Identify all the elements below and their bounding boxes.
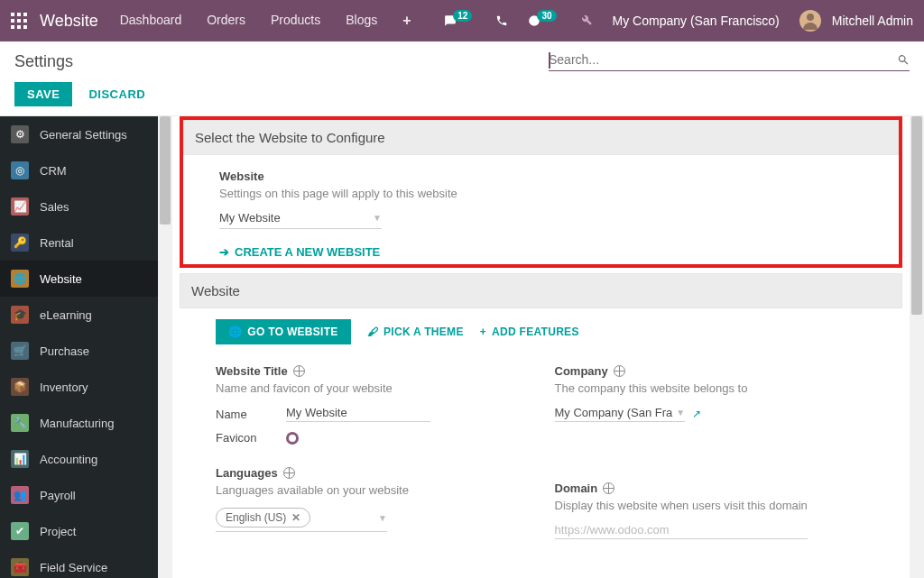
payroll-icon: 👥 xyxy=(11,486,29,504)
website-section-header: Website xyxy=(180,273,902,308)
sidebar-label: eLearning xyxy=(40,308,92,322)
arrow-right-icon: ➔ xyxy=(219,245,229,259)
page-title: Settings xyxy=(14,52,73,71)
sidebar-label: Purchase xyxy=(40,344,89,358)
company-select[interactable]: My Company (San Fra ▼ xyxy=(555,406,686,422)
user-menu[interactable]: Mitchell Admin xyxy=(799,10,913,32)
search-input[interactable] xyxy=(549,52,897,67)
globe-icon xyxy=(293,365,305,377)
plus-icon: + xyxy=(480,326,486,338)
domain-label: Domain xyxy=(555,482,867,495)
nav-products[interactable]: Products xyxy=(271,13,320,29)
nav-blogs[interactable]: Blogs xyxy=(346,13,377,29)
brush-icon: 🖌 xyxy=(367,326,378,338)
website-select-value: My Website xyxy=(219,211,281,225)
caret-down-icon: ▼ xyxy=(378,513,387,523)
globe-icon xyxy=(603,482,614,494)
main-panel: Select the Website to Configure Website … xyxy=(172,116,924,578)
rental-icon: 🔑 xyxy=(11,234,29,252)
debug-icon[interactable] xyxy=(580,14,593,29)
wrench-icon xyxy=(580,14,593,26)
sidebar-item-project[interactable]: ✔Project xyxy=(0,513,158,549)
add-features-button[interactable]: + ADD FEATURES xyxy=(480,326,579,338)
sidebar-item-general-settings[interactable]: ⚙General Settings xyxy=(0,116,158,152)
favicon-preview[interactable] xyxy=(286,432,299,445)
sidebar-scroll-thumb[interactable] xyxy=(160,116,171,225)
sidebar-item-rental[interactable]: 🔑Rental xyxy=(0,225,158,261)
remove-tag-icon[interactable]: ✕ xyxy=(291,511,300,524)
workspace: ⚙General Settings◎CRM📈Sales🔑Rental🌐Websi… xyxy=(0,115,924,578)
select-website-header: Select the Website to Configure xyxy=(183,120,899,155)
settings-sidebar: ⚙General Settings◎CRM📈Sales🔑Rental🌐Websi… xyxy=(0,116,158,578)
main-scroll-thumb[interactable] xyxy=(911,116,922,315)
messages-badge: 12 xyxy=(453,10,472,22)
sidebar-scrollbar[interactable] xyxy=(158,116,172,578)
language-tag: English (US) ✕ xyxy=(216,508,310,528)
name-row: Name My Website xyxy=(216,406,528,422)
languages-desc: Languages available on your website xyxy=(216,483,528,497)
caret-down-icon: ▼ xyxy=(676,408,685,417)
sidebar-item-manufacturing[interactable]: 🔧Manufacturing xyxy=(0,405,158,441)
search-box[interactable] xyxy=(549,52,910,71)
sidebar-item-payroll[interactable]: 👥Payroll xyxy=(0,477,158,513)
crm-icon: ◎ xyxy=(11,161,29,179)
website-select[interactable]: My Website ▼ xyxy=(219,211,382,229)
sidebar-item-accounting[interactable]: 📊Accounting xyxy=(0,441,158,477)
website-field-title: Website xyxy=(219,170,863,183)
inventory-icon: 📦 xyxy=(11,378,29,396)
globe-icon xyxy=(614,365,625,377)
languages-select[interactable]: English (US) ✕ ▼ xyxy=(216,508,387,532)
search-icon[interactable] xyxy=(897,53,910,67)
sidebar-label: Manufacturing xyxy=(40,417,114,430)
sidebar-item-website[interactable]: 🌐Website xyxy=(0,261,158,297)
domain-input[interactable]: https://www.odoo.com xyxy=(555,523,808,539)
company-switcher[interactable]: My Company (San Francisco) xyxy=(613,14,780,28)
create-website-link[interactable]: ➔ CREATE A NEW WEBSITE xyxy=(219,245,380,259)
website-title-desc: Name and favicon of your website xyxy=(216,381,528,395)
sidebar-item-purchase[interactable]: 🛒Purchase xyxy=(0,333,158,369)
nav-orders[interactable]: Orders xyxy=(207,13,245,29)
go-to-website-button[interactable]: 🌐 GO TO WEBSITE xyxy=(216,319,351,344)
website-title-label: Website Title xyxy=(216,364,528,378)
nav-links: Dashboard Orders Products Blogs + xyxy=(120,13,411,29)
apps-grid-icon[interactable] xyxy=(11,13,27,29)
globe-icon: 🌐 xyxy=(228,326,242,338)
main-scrollbar[interactable] xyxy=(910,116,924,578)
sidebar-label: Rental xyxy=(40,236,74,250)
sidebar-label: Payroll xyxy=(40,489,76,502)
favicon-label: Favicon xyxy=(216,431,270,445)
save-button[interactable]: SAVE xyxy=(14,82,72,106)
external-link-icon[interactable]: ↗ xyxy=(692,408,701,420)
nav-dashboard[interactable]: Dashboard xyxy=(120,13,182,29)
sidebar-item-inventory[interactable]: 📦Inventory xyxy=(0,369,158,405)
company-desc: The company this website belongs to xyxy=(555,381,867,395)
general-settings-icon: ⚙ xyxy=(11,125,29,143)
sidebar-label: Sales xyxy=(40,200,69,214)
phone-icon[interactable] xyxy=(495,14,508,27)
elearning-icon: 🎓 xyxy=(11,306,29,324)
discard-button[interactable]: DISCARD xyxy=(88,87,145,101)
name-input[interactable]: My Website xyxy=(286,406,430,422)
sidebar-item-crm[interactable]: ◎CRM xyxy=(0,152,158,188)
website-field-desc: Settings on this page will apply to this… xyxy=(219,187,863,200)
titlebar: Settings xyxy=(0,41,924,71)
avatar-icon xyxy=(799,10,821,32)
domain-desc: Display this website when users visit th… xyxy=(555,499,867,512)
brand-title[interactable]: Website xyxy=(40,12,98,31)
activities-icon[interactable]: 30 xyxy=(528,14,559,27)
website-columns: Website Title Name and favicon of your w… xyxy=(180,364,902,539)
sidebar-item-field-service[interactable]: 🧰Field Service xyxy=(0,549,158,578)
svg-point-0 xyxy=(807,14,814,21)
nav-plus-icon[interactable]: + xyxy=(402,13,411,29)
sidebar-label: Project xyxy=(40,525,76,538)
languages-label: Languages xyxy=(216,466,528,480)
sidebar-label: Field Service xyxy=(40,561,107,574)
sidebar-item-elearning[interactable]: 🎓eLearning xyxy=(0,297,158,333)
purchase-icon: 🛒 xyxy=(11,342,29,360)
pick-theme-button[interactable]: 🖌 PICK A THEME xyxy=(367,326,464,338)
caret-down-icon: ▼ xyxy=(373,213,382,223)
sidebar-item-sales[interactable]: 📈Sales xyxy=(0,188,158,225)
messages-icon[interactable]: 12 xyxy=(444,14,476,27)
top-navbar: Website Dashboard Orders Products Blogs … xyxy=(0,0,924,41)
activities-badge: 30 xyxy=(537,10,556,22)
